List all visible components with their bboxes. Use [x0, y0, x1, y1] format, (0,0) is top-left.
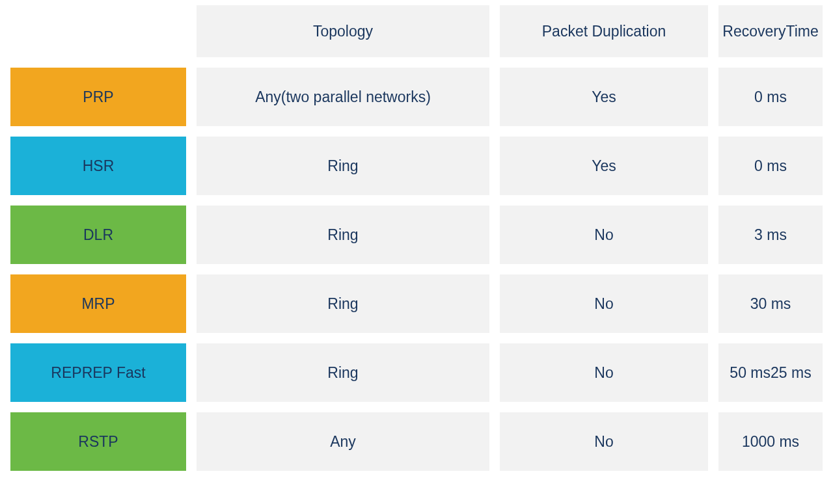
table-row: DLR Ring No 3 ms	[10, 206, 823, 264]
cell-topology: Ring	[197, 137, 489, 195]
row-label: REPREP Fast	[10, 343, 186, 402]
header-topology: Topology	[197, 5, 489, 57]
cell-recovery-time: 0 ms	[718, 137, 823, 195]
header-packet-duplication: Packet Duplication	[500, 5, 708, 57]
cell-packet-duplication: No	[500, 206, 708, 264]
cell-topology: Ring	[197, 343, 489, 402]
table-row: REPREP Fast Ring No 50 ms25 ms	[10, 343, 823, 402]
cell-recovery-time: 50 ms25 ms	[718, 343, 823, 402]
table-row: RSTP Any No 1000 ms	[10, 412, 823, 471]
cell-topology: Any	[197, 412, 489, 471]
row-label: HSR	[10, 137, 186, 195]
row-label: DLR	[10, 206, 186, 264]
cell-packet-duplication: Yes	[500, 137, 708, 195]
table-header-row: Topology Packet Duplication RecoveryTime	[10, 5, 823, 57]
cell-recovery-time: 3 ms	[718, 206, 823, 264]
cell-packet-duplication: Yes	[500, 68, 708, 126]
table-row: MRP Ring No 30 ms	[10, 274, 823, 333]
cell-packet-duplication: No	[500, 274, 708, 333]
table-row: PRP Any(two parallel networks) Yes 0 ms	[10, 68, 823, 126]
row-label: MRP	[10, 274, 186, 333]
row-label: RSTP	[10, 412, 186, 471]
cell-recovery-time: 30 ms	[718, 274, 823, 333]
cell-topology: Ring	[197, 206, 489, 264]
comparison-table: Topology Packet Duplication RecoveryTime…	[0, 0, 833, 473]
row-label: PRP	[10, 68, 186, 126]
cell-topology: Ring	[197, 274, 489, 333]
cell-packet-duplication: No	[500, 412, 708, 471]
cell-recovery-time: 0 ms	[718, 68, 823, 126]
cell-recovery-time: 1000 ms	[718, 412, 823, 471]
cell-packet-duplication: No	[500, 343, 708, 402]
table-row: HSR Ring Yes 0 ms	[10, 137, 823, 195]
header-recovery-time: RecoveryTime	[718, 5, 823, 57]
cell-topology: Any(two parallel networks)	[197, 68, 489, 126]
header-empty	[10, 5, 186, 57]
